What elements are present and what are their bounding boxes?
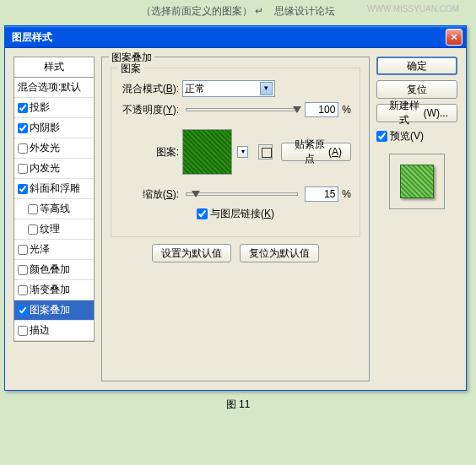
opacity-slider[interactable] — [186, 108, 298, 111]
settings-panel: 图案叠加 图案 混合模式(B): 正常 ▾ 不透明度(Y): 100 — [101, 57, 370, 381]
pattern-section: 图案 混合模式(B): 正常 ▾ 不透明度(Y): 100 % — [111, 68, 360, 237]
snap-origin-icon[interactable] — [258, 144, 273, 160]
styles-panel: 样式 混合选项:默认 投影内阴影外发光内发光斜面和浮雕等高线纹理光泽颜色叠加渐变… — [14, 57, 95, 381]
styles-list: 混合选项:默认 投影内阴影外发光内发光斜面和浮雕等高线纹理光泽颜色叠加渐变叠加图… — [14, 78, 95, 342]
style-label: 等高线 — [40, 202, 70, 216]
opacity-unit: % — [342, 104, 351, 116]
dialog-content: 样式 混合选项:默认 投影内阴影外发光内发光斜面和浮雕等高线纹理光泽颜色叠加渐变… — [5, 48, 466, 390]
pattern-overlay-group: 图案叠加 图案 混合模式(B): 正常 ▾ 不透明度(Y): 100 — [101, 57, 370, 381]
style-checkbox[interactable] — [28, 204, 38, 214]
forum-name: 思缘设计论坛 — [274, 5, 335, 17]
style-checkbox[interactable] — [28, 224, 38, 235]
style-label: 图案叠加 — [30, 303, 70, 317]
watermark: WWW.MISSYUAN.COM — [367, 4, 459, 14]
style-item[interactable]: 渐变叠加 — [14, 280, 94, 300]
default-buttons-row: 设置为默认值 复位为默认值 — [111, 244, 360, 262]
blend-mode-row: 混合模式(B): 正常 ▾ — [120, 80, 351, 97]
link-layer-check[interactable] — [197, 208, 208, 219]
pattern-label: 图案: — [120, 145, 179, 160]
style-label: 光泽 — [30, 242, 50, 257]
style-label: 描边 — [30, 323, 50, 338]
style-checkbox[interactable] — [18, 143, 28, 154]
style-checkbox[interactable] — [18, 103, 28, 113]
section-legend: 图案 — [118, 62, 143, 76]
style-item[interactable]: 等高线 — [14, 199, 94, 219]
scale-label: 缩放(S): — [120, 187, 179, 202]
page-header: （选择前面定义的图案） ↵ 思缘设计论坛 WWW.MISSYUAN.COM — [0, 0, 476, 25]
scale-row: 缩放(S): 15 % — [120, 187, 351, 202]
style-item[interactable]: 内阴影 — [14, 118, 94, 138]
opacity-row: 不透明度(Y): 100 % — [120, 102, 351, 117]
cancel-button[interactable]: 复位 — [376, 80, 457, 99]
style-item[interactable]: 描边 — [14, 321, 94, 341]
set-default-button[interactable]: 设置为默认值 — [152, 244, 231, 262]
scale-unit: % — [342, 188, 351, 200]
pattern-swatch[interactable] — [182, 129, 232, 175]
blend-options-row[interactable]: 混合选项:默认 — [14, 78, 94, 98]
new-style-button[interactable]: 新建样式(W)... — [376, 104, 457, 122]
ok-button[interactable]: 确定 — [376, 57, 457, 75]
style-checkbox[interactable] — [18, 123, 28, 133]
style-label: 外发光 — [30, 141, 60, 155]
style-checkbox[interactable] — [18, 285, 28, 295]
style-label: 纹理 — [40, 222, 60, 236]
link-layer-checkbox[interactable]: 与图层链接(K) — [197, 207, 274, 221]
note-text: （选择前面定义的图案） — [141, 5, 252, 17]
preview-swatch — [400, 165, 434, 198]
blend-mode-value: 正常 — [185, 82, 205, 96]
pattern-row: 图案: ▾ 贴紧原点(A) — [120, 129, 351, 175]
scale-input[interactable]: 15 — [305, 187, 338, 202]
dialog-title: 图层样式 — [12, 30, 446, 45]
opacity-label: 不透明度(Y): — [120, 103, 179, 117]
style-label: 渐变叠加 — [30, 283, 70, 297]
style-item[interactable]: 光泽 — [14, 240, 94, 260]
preview-box — [389, 154, 445, 209]
scale-slider[interactable] — [186, 192, 298, 196]
style-label: 颜色叠加 — [30, 262, 70, 277]
style-item[interactable]: 图案叠加 — [14, 300, 94, 321]
close-button[interactable]: × — [446, 29, 462, 46]
style-checkbox[interactable] — [18, 245, 28, 255]
reset-default-button[interactable]: 复位为默认值 — [240, 244, 319, 262]
style-label: 斜面和浮雕 — [30, 181, 80, 196]
style-checkbox[interactable] — [18, 184, 28, 194]
preview-check[interactable] — [376, 131, 387, 142]
style-label: 投影 — [30, 100, 50, 115]
style-item[interactable]: 颜色叠加 — [14, 260, 94, 280]
link-row: 与图层链接(K) — [120, 207, 351, 221]
blend-options-label: 混合选项:默认 — [18, 80, 81, 95]
style-checkbox[interactable] — [18, 164, 28, 174]
pattern-picker-arrow[interactable]: ▾ — [237, 146, 248, 158]
titlebar[interactable]: 图层样式 × — [5, 26, 466, 48]
style-label: 内阴影 — [30, 121, 60, 135]
style-label: 内发光 — [30, 161, 60, 176]
figure-caption: 图 11 — [0, 391, 476, 415]
style-item[interactable]: 纹理 — [14, 219, 94, 240]
style-checkbox[interactable] — [18, 265, 28, 275]
right-buttons-panel: 确定 复位 新建样式(W)... 预览(V) — [376, 57, 457, 381]
chevron-down-icon: ▾ — [260, 82, 273, 95]
style-item[interactable]: 外发光 — [14, 138, 94, 159]
blend-mode-label: 混合模式(B): — [120, 82, 179, 96]
opacity-input[interactable]: 100 — [305, 102, 338, 117]
style-checkbox[interactable] — [18, 326, 28, 336]
styles-header[interactable]: 样式 — [14, 57, 95, 78]
style-item[interactable]: 斜面和浮雕 — [14, 179, 94, 199]
preview-checkbox[interactable]: 预览(V) — [376, 129, 457, 143]
note-arrow: ↵ — [255, 5, 263, 17]
style-checkbox[interactable] — [18, 305, 28, 316]
style-item[interactable]: 投影 — [14, 98, 94, 118]
layer-style-dialog: 图层样式 × 样式 混合选项:默认 投影内阴影外发光内发光斜面和浮雕等高线纹理光… — [4, 25, 467, 391]
snap-origin-button[interactable]: 贴紧原点(A) — [281, 143, 351, 161]
style-item[interactable]: 内发光 — [14, 159, 94, 179]
blend-mode-select[interactable]: 正常 ▾ — [182, 80, 275, 97]
